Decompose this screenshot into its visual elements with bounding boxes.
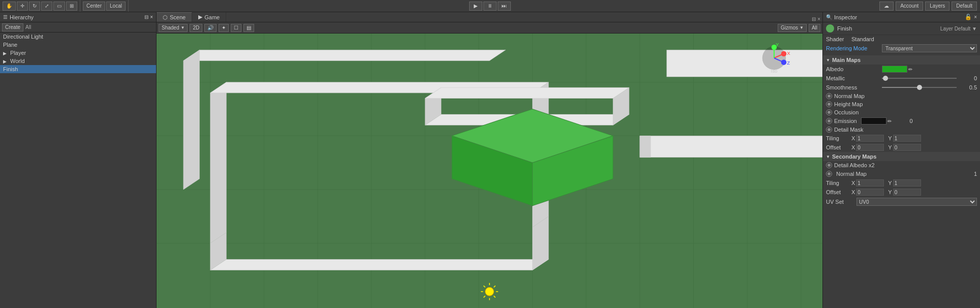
scene-panel-controls: ⊟ ×: [812, 16, 820, 22]
albedo-swatch[interactable]: [882, 66, 907, 73]
move-tool-btn[interactable]: ✛: [17, 2, 28, 11]
main-maps-label: Main Maps: [832, 57, 861, 63]
emission-eyedropper[interactable]: ✏: [886, 118, 893, 124]
lock-icon[interactable]: 🔓: [965, 14, 972, 20]
hierarchy-item-plane[interactable]: Plane: [0, 41, 156, 49]
hierarchy-item-finish[interactable]: Finish: [0, 65, 156, 73]
hierarchy-item-directional-light[interactable]: Directional Light: [0, 33, 156, 41]
pause-btn[interactable]: ⏸: [483, 2, 497, 11]
offset2-row: Offset X Y: [823, 188, 980, 197]
scene-tab-label: Scene: [170, 14, 186, 20]
smoothness-slider[interactable]: [882, 87, 957, 88]
default-btn[interactable]: Default: [952, 2, 977, 11]
svg-text:X: X: [787, 50, 790, 56]
albedo-eyedropper[interactable]: ✏: [907, 67, 913, 72]
offset-x-input[interactable]: [856, 144, 884, 151]
account-btn[interactable]: Account: [896, 2, 923, 11]
finish-label: Finish: [3, 66, 18, 72]
secondary-maps-header[interactable]: ▼ Secondary Maps: [823, 152, 980, 161]
player-label: Player: [10, 50, 26, 56]
detail-mask-circle: [826, 127, 832, 133]
center-btn[interactable]: Center: [83, 2, 105, 11]
offset-y-input[interactable]: [893, 144, 921, 151]
scale-tool-btn[interactable]: ⤢: [41, 2, 52, 11]
emission-swatch[interactable]: [861, 117, 886, 125]
inspector-panel: 🔍 Inspector 🔓 × Finish Layer Default ▼ S…: [822, 12, 980, 308]
rendering-mode-row: Rendering Mode Transparent: [823, 43, 980, 53]
effects-btn[interactable]: ✦: [219, 24, 229, 32]
hierarchy-header: ☰ Hierarchy ⊟ ×: [0, 12, 156, 22]
inspector-close[interactable]: ×: [974, 14, 977, 20]
svg-text:Iso: Iso: [771, 68, 778, 74]
rotate-tool-btn[interactable]: ↻: [29, 2, 40, 11]
main-maps-header[interactable]: ▼ Main Maps: [823, 55, 980, 65]
layers-btn[interactable]: Layers: [925, 2, 950, 11]
offset2-y-input[interactable]: [893, 189, 921, 196]
offset2-x-input[interactable]: [856, 189, 884, 196]
play-btn[interactable]: ▶: [469, 2, 482, 11]
albedo-label: Albedo: [826, 66, 882, 72]
secondary-maps-expand: ▼: [826, 155, 830, 159]
svg-marker-17: [210, 259, 549, 270]
hand-tool-btn[interactable]: ✋: [3, 2, 16, 11]
tiling2-x-label: X: [851, 180, 855, 186]
object-color-icon: [826, 24, 834, 33]
scene-view[interactable]: X Y Z Iso: [157, 34, 822, 308]
combined-tool-btn[interactable]: ⊞: [66, 2, 77, 11]
height-map-circle: [826, 101, 832, 107]
right-toolbar: ☁ Account Layers Default: [876, 2, 980, 11]
audio-btn[interactable]: 🔊: [204, 24, 217, 32]
hierarchy-item-world[interactable]: ▶ World: [0, 57, 156, 65]
detail-mask-label: Detail Mask: [834, 127, 863, 133]
game-tab[interactable]: ▶ Game: [192, 12, 226, 22]
player-expand-arrow: ▶: [3, 51, 7, 56]
tiling2-label: Tiling: [826, 180, 851, 186]
normal-map2-value: 1: [957, 171, 977, 177]
tiling-x-input[interactable]: [856, 135, 884, 142]
scene-view-btn[interactable]: ☐: [231, 24, 241, 32]
metallic-value: 0: [957, 75, 977, 81]
shader-value[interactable]: Standard: [851, 36, 874, 42]
svg-point-35: [485, 287, 494, 296]
svg-text:Y: Y: [776, 42, 779, 47]
occlusion-row: Occlusion: [823, 108, 980, 116]
offset2-y-label: Y: [888, 189, 892, 195]
smoothness-row: Smoothness 0.5: [823, 83, 980, 92]
tiling-x-label: X: [851, 135, 855, 141]
uvset-dropdown[interactable]: UV0: [856, 198, 977, 206]
2d-btn[interactable]: 2D: [190, 24, 202, 32]
normal-map-label: Normal Map: [834, 93, 865, 99]
game-tab-icon: ▶: [198, 14, 202, 20]
offset-y-label: Y: [888, 144, 892, 150]
top-toolbar: ✋ ✛ ↻ ⤢ ▭ ⊞ Center Local ▶ ⏸ ⏭ ☁ Account…: [0, 0, 980, 12]
shading-dropdown[interactable]: Shaded ▼: [159, 24, 188, 32]
shader-row: Shader Standard: [823, 35, 980, 43]
all-btn[interactable]: All: [809, 24, 820, 32]
gizmos-btn[interactable]: Gizmos ▼: [778, 24, 807, 32]
cloud-btn[interactable]: ☁: [879, 2, 894, 11]
scene-extra-btn[interactable]: ▤: [243, 24, 254, 32]
tiling2-x-input[interactable]: [856, 179, 884, 187]
rect-tool-btn[interactable]: ▭: [53, 2, 65, 11]
metallic-label: Metallic: [826, 75, 882, 81]
metallic-slider[interactable]: [882, 78, 957, 79]
rendering-mode-label: Rendering Mode: [826, 45, 882, 51]
normal-map2-circle: [826, 171, 832, 177]
step-btn[interactable]: ⏭: [498, 2, 511, 11]
local-btn[interactable]: Local: [106, 2, 126, 11]
create-btn[interactable]: Create: [2, 23, 23, 32]
rendering-mode-dropdown[interactable]: Transparent: [882, 44, 977, 52]
svg-marker-31: [425, 87, 629, 98]
tiling-y-input[interactable]: [893, 135, 921, 142]
all-filter[interactable]: All: [25, 24, 31, 30]
hierarchy-toolbar: Create All: [0, 22, 156, 33]
tiling2-y-input[interactable]: [893, 179, 921, 187]
uvset-label: UV Set: [826, 199, 856, 205]
hierarchy-item-player[interactable]: ▶ Player: [0, 49, 156, 57]
secondary-maps-label: Secondary Maps: [832, 153, 876, 160]
layer-label: Layer Default ▼: [940, 26, 977, 32]
scene-tab[interactable]: ⬡ Scene: [157, 12, 192, 22]
inspector-icon: 🔍: [826, 14, 832, 20]
detail-albedo-circle: [826, 162, 832, 168]
inspector-panel-header: 🔍 Inspector 🔓 ×: [823, 12, 980, 22]
